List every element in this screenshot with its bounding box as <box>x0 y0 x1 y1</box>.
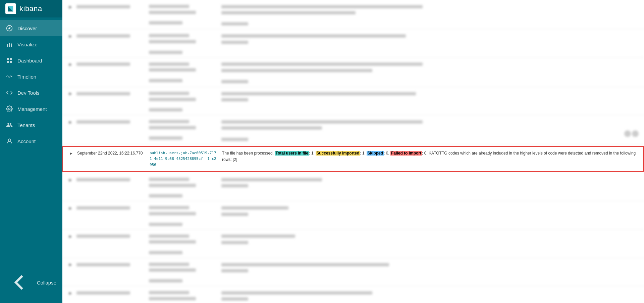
sidebar-item-timelion[interactable]: Timelion <box>0 69 62 85</box>
sidebar-item-dashboard[interactable]: Dashboard <box>0 52 62 69</box>
collapse-label: Collapse <box>37 280 56 286</box>
sidebar-item-management[interactable]: Management <box>0 101 62 117</box>
log-segment1-value: : 1. <box>309 151 316 156</box>
log-segment2-value: : 1. <box>360 151 367 156</box>
sidebar-item-dashboard-label: Dashboard <box>17 58 42 63</box>
log-list: ▶ ▶ <box>62 0 644 303</box>
highlight-successfully-imported: Successfully imported <box>316 151 360 156</box>
log-entry-blurred-10: ▶ <box>62 286 644 303</box>
sidebar-item-devtools-label: Dev Tools <box>17 90 40 96</box>
log-entry-blurred-8: ▶ <box>62 230 644 258</box>
log-message-highlighted: The file has been processed. Total users… <box>222 150 638 163</box>
log-entry-blurred-5: ▶ <box>62 115 644 144</box>
kibana-logo-text: kibana <box>19 4 42 13</box>
highlight-skipped: Skipped <box>367 151 384 156</box>
log-timestamp: September 22nd 2022, 16:22:16.770 <box>77 150 144 156</box>
svg-rect-9 <box>7 61 9 63</box>
sidebar-item-devtools[interactable]: Dev Tools <box>0 85 62 101</box>
log-segment3-value: : 0. <box>384 151 390 156</box>
sidebar-item-management-label: Management <box>17 106 47 112</box>
sidebar: kibana Discover Visualize <box>0 0 62 303</box>
sidebar-item-visualize-label: Visualize <box>17 42 38 47</box>
highlight-failed-to-import: Failed to import <box>390 151 422 156</box>
sidebar-item-discover-label: Discover <box>17 26 37 31</box>
svg-rect-7 <box>7 58 9 60</box>
collapse-button[interactable]: Collapse <box>0 265 62 300</box>
wave-icon <box>6 73 13 80</box>
svg-point-12 <box>8 139 11 141</box>
svg-rect-8 <box>10 58 12 60</box>
compass-icon <box>6 25 13 32</box>
log-entry-blurred-1: ▶ <box>62 0 644 29</box>
log-source: publish-users-job-7ae00519-7171-4e11-9b5… <box>150 150 217 168</box>
sidebar-item-account-label: Account <box>17 138 36 144</box>
sidebar-item-visualize[interactable]: Visualize <box>0 36 62 52</box>
log-entry-highlighted: ▶ September 22nd 2022, 16:22:16.770 publ… <box>62 146 644 172</box>
svg-rect-4 <box>7 44 8 47</box>
collapse-icon <box>6 269 32 296</box>
svg-marker-3 <box>8 27 10 29</box>
svg-rect-5 <box>9 43 10 47</box>
grid-icon <box>6 57 13 64</box>
log-entry-blurred-9: ▶ <box>62 258 644 286</box>
svg-rect-10 <box>10 61 12 63</box>
svg-point-11 <box>9 108 10 110</box>
kibana-logo-icon <box>5 3 16 14</box>
logo-area[interactable]: kibana <box>0 0 62 17</box>
log-entry-blurred-2: ▶ <box>62 29 644 57</box>
log-entry-blurred-6: ▶ <box>62 173 644 201</box>
log-message-prefix: The file has been processed. <box>222 151 275 156</box>
svg-rect-6 <box>11 44 12 47</box>
sidebar-item-account[interactable]: Account <box>0 133 62 149</box>
sidebar-nav: Discover Visualize Dashboard <box>0 17 62 265</box>
log-entry-blurred-4: ▶ <box>62 87 644 115</box>
log-expand-toggle[interactable]: ▶ <box>68 151 74 156</box>
bar-chart-icon <box>6 41 13 48</box>
gear-icon <box>6 105 13 112</box>
sidebar-item-discover[interactable]: Discover <box>0 20 62 36</box>
user-circle-icon <box>6 138 13 144</box>
log-entry-blurred-7: ▶ <box>62 201 644 229</box>
tenants-icon <box>6 122 13 128</box>
sidebar-item-timelion-label: Timelion <box>17 74 36 80</box>
code-icon <box>6 89 13 96</box>
highlight-total-users: Total users in file <box>275 151 309 156</box>
log-source-text: publish-users-job-7ae00519-7171-4e11-9b5… <box>150 151 216 167</box>
main-content: ▶ ▶ <box>62 0 644 303</box>
sidebar-item-tenants-label: Tenants <box>17 122 35 128</box>
sidebar-item-tenants[interactable]: Tenants <box>0 117 62 133</box>
log-entry-blurred-3: ▶ <box>62 58 644 87</box>
sidebar-bottom: Collapse <box>0 265 62 303</box>
